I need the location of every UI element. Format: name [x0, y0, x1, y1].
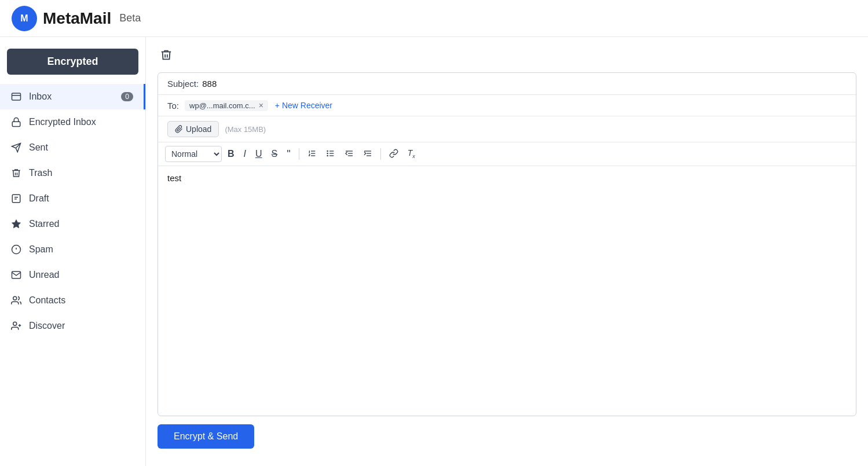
blockquote-button[interactable]: " — [283, 146, 294, 162]
beta-label: Beta — [119, 12, 141, 24]
sidebar-item-contacts[interactable]: Contacts — [0, 288, 145, 313]
to-row: To: wp@...mail.com.c... × + New Receiver — [158, 95, 856, 116]
sidebar-label-contacts: Contacts — [29, 295, 65, 306]
sidebar-label-sent: Sent — [29, 142, 48, 153]
sidebar-item-starred[interactable]: Starred — [0, 211, 145, 237]
upload-label: Upload — [186, 124, 211, 134]
email-body-text: test — [167, 173, 847, 183]
subject-input[interactable] — [202, 79, 847, 89]
sidebar-label-encrypted-inbox: Encrypted Inbox — [29, 117, 96, 127]
trash-icon — [10, 167, 22, 179]
subject-row: Subject: — [158, 73, 856, 95]
sidebar-label-discover: Discover — [29, 321, 65, 331]
indent-button[interactable] — [360, 146, 376, 162]
discover-icon — [10, 320, 22, 332]
recipient-email: wp@...mail.com.c... — [189, 101, 255, 110]
encrypted-inbox-icon — [10, 116, 22, 128]
delete-draft-button[interactable] — [158, 46, 175, 65]
spam-icon — [10, 244, 22, 255]
send-row: Encrypt & Send — [158, 416, 856, 457]
email-body-editor[interactable]: test — [158, 166, 856, 416]
remove-recipient-button[interactable]: × — [259, 101, 263, 109]
main-content: Subject: To: wp@...mail.com.c... × + New… — [146, 37, 868, 466]
strikethrough-button[interactable]: S — [268, 147, 281, 161]
svg-marker-9 — [12, 220, 21, 228]
app-header: M MetaMail Beta — [0, 0, 868, 37]
upload-row: Upload (Max 15MB) — [158, 116, 856, 142]
link-button[interactable] — [386, 146, 402, 162]
inbox-icon — [10, 91, 22, 102]
compose-form: Subject: To: wp@...mail.com.c... × + New… — [158, 72, 856, 416]
svg-rect-3 — [12, 122, 20, 126]
sidebar-label-inbox: Inbox — [29, 91, 52, 102]
compose-actions-row — [158, 46, 856, 65]
sidebar-item-inbox[interactable]: Inbox 0 — [0, 84, 145, 109]
svg-text:M: M — [20, 13, 28, 23]
toolbar-divider-1 — [299, 148, 299, 160]
underline-button[interactable]: U — [252, 147, 266, 161]
main-layout: Encrypted Inbox 0 Encrypted Inbox Sent — [0, 37, 868, 466]
bullet-list-button[interactable] — [323, 146, 339, 162]
clear-format-button[interactable]: Tx — [404, 146, 419, 162]
sent-icon — [10, 142, 22, 153]
new-receiver-button[interactable]: + New Receiver — [272, 100, 336, 111]
sidebar-item-trash[interactable]: Trash — [0, 160, 145, 186]
upload-button[interactable]: Upload — [167, 121, 219, 137]
sidebar-item-draft[interactable]: Draft — [0, 186, 145, 211]
svg-point-22 — [327, 151, 328, 151]
sidebar-label-unread: Unread — [29, 270, 59, 280]
sidebar-item-spam[interactable]: Spam — [0, 237, 145, 262]
new-receiver-label: + New Receiver — [275, 101, 332, 110]
sidebar-label-draft: Draft — [29, 193, 49, 204]
svg-point-13 — [13, 296, 17, 300]
encrypted-button[interactable]: Encrypted — [7, 49, 138, 75]
sidebar-label-spam: Spam — [29, 244, 53, 255]
sidebar-item-encrypted-inbox[interactable]: Encrypted Inbox — [0, 109, 145, 135]
starred-icon — [10, 218, 22, 230]
contacts-icon — [10, 295, 22, 306]
sidebar-item-unread[interactable]: Unread — [0, 262, 145, 288]
to-label: To: — [167, 101, 179, 111]
inbox-badge: 0 — [121, 92, 133, 101]
unread-icon — [10, 269, 22, 281]
subject-label: Subject: — [167, 79, 199, 89]
svg-rect-2 — [12, 93, 21, 100]
svg-point-23 — [327, 153, 328, 153]
draft-icon — [10, 193, 22, 204]
sidebar: Encrypted Inbox 0 Encrypted Inbox Sent — [0, 37, 146, 466]
app-name: MetaMail — [43, 9, 111, 28]
svg-point-14 — [13, 322, 17, 325]
toolbar-divider-2 — [380, 148, 381, 160]
logo-icon: M — [12, 6, 37, 31]
svg-point-24 — [327, 155, 328, 156]
format-select[interactable]: Normal Heading 1 Heading 2 Heading 3 — [165, 146, 222, 162]
logo: M MetaMail Beta — [12, 6, 141, 31]
editor-toolbar: Normal Heading 1 Heading 2 Heading 3 B I… — [158, 142, 856, 166]
sidebar-label-starred: Starred — [29, 219, 59, 229]
sidebar-item-sent[interactable]: Sent — [0, 135, 145, 160]
outdent-button[interactable] — [341, 146, 357, 162]
encrypt-send-button[interactable]: Encrypt & Send — [158, 424, 254, 449]
sidebar-label-trash: Trash — [29, 168, 52, 178]
upload-hint: (Max 15MB) — [225, 125, 266, 134]
recipient-chip: wp@...mail.com.c... × — [185, 100, 268, 111]
sidebar-item-discover[interactable]: Discover — [0, 313, 145, 339]
bold-button[interactable]: B — [224, 147, 238, 161]
ordered-list-button[interactable] — [304, 146, 320, 162]
italic-button[interactable]: I — [240, 147, 250, 161]
